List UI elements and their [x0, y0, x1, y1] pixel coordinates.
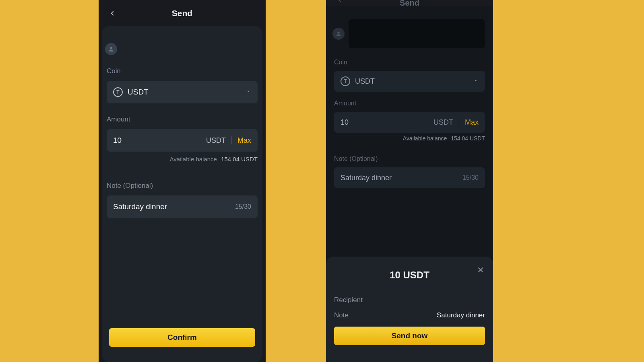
sheet-recipient-row: Recipient	[334, 296, 485, 304]
tether-icon: T	[113, 87, 123, 97]
close-icon	[477, 266, 485, 274]
coin-section: Coin T USDT	[107, 67, 258, 107]
amount-suffix: USDT Max	[433, 118, 479, 127]
page-title: Send	[400, 0, 419, 8]
coin-label: Coin	[107, 67, 258, 75]
amount-field[interactable]: 10 USDT Max	[107, 129, 258, 152]
amount-value: 10	[341, 118, 349, 127]
header: Send	[99, 0, 266, 26]
sheet-note-value: Saturday dinner	[437, 311, 485, 319]
note-label: Note (Optional)	[334, 155, 485, 162]
person-icon	[108, 46, 114, 52]
balance-label: Available balance	[403, 135, 447, 142]
amount-field: 10 USDT Max	[334, 112, 485, 133]
recipient-box	[349, 19, 485, 48]
chevron-left-icon	[109, 10, 116, 17]
note-value: Saturday dinner	[341, 174, 392, 182]
note-field[interactable]: Saturday dinner 15/30	[107, 195, 258, 218]
sheet-recipient-label: Recipient	[334, 296, 363, 304]
balance-label: Available balance	[170, 156, 217, 162]
amount-unit: USDT	[433, 118, 453, 127]
divider	[459, 118, 459, 126]
divider	[231, 136, 232, 144]
close-button[interactable]	[476, 265, 485, 274]
coin-symbol: USDT	[355, 77, 375, 86]
note-section: Note (Optional) Saturday dinner 15/30	[107, 182, 258, 222]
header: Send	[326, 0, 493, 6]
recipient-row	[107, 31, 258, 67]
send-screen-confirm: Send Coin T USDT Amount 10	[326, 0, 493, 362]
coin-selected: T USDT	[341, 76, 375, 86]
sheet-amount-title: 10 USDT	[334, 269, 485, 281]
balance-row: Available balance 154.04 USDT	[107, 156, 258, 162]
amount-unit: USDT	[206, 136, 226, 145]
max-button[interactable]: Max	[237, 136, 251, 145]
coin-select[interactable]: T USDT	[107, 81, 258, 103]
send-now-button[interactable]: Send now	[334, 327, 485, 345]
note-section: Note (Optional) Saturday dinner 15/30	[334, 155, 485, 191]
chevron-down-icon	[473, 78, 479, 85]
sheet-note-label: Note	[334, 311, 349, 319]
amount-suffix: USDT Max	[206, 136, 251, 145]
note-field: Saturday dinner 15/30	[334, 167, 485, 188]
balance-row: Available balance 154.04 USDT	[334, 135, 485, 142]
recipient-avatar[interactable]	[105, 43, 117, 55]
chevron-down-icon	[246, 88, 251, 96]
back-button[interactable]	[107, 8, 117, 18]
note-label: Note (Optional)	[107, 182, 258, 190]
confirm-button[interactable]: Confirm	[109, 328, 255, 347]
chevron-left-icon	[336, 0, 343, 4]
recipient-avatar	[332, 28, 345, 40]
svg-point-1	[337, 32, 339, 34]
back-button[interactable]	[335, 0, 345, 5]
sheet-note-row: Note Saturday dinner	[334, 311, 485, 319]
confirm-bottom-sheet: 10 USDT Recipient Note Saturday dinner S…	[326, 257, 493, 362]
note-counter: 15/30	[462, 174, 479, 181]
person-icon	[335, 31, 342, 37]
amount-label: Amount	[107, 115, 258, 123]
coin-label: Coin	[334, 59, 485, 66]
send-screen-form: Send Coin T USDT Amount 10	[99, 0, 266, 362]
amount-section: Amount 10 USDT Max Available balance 154…	[334, 100, 485, 150]
coin-symbol: USDT	[128, 88, 149, 97]
note-value: Saturday dinner	[113, 202, 167, 211]
balance-value: 154.04 USDT	[221, 156, 258, 162]
svg-point-0	[110, 47, 112, 49]
coin-selected: T USDT	[113, 87, 149, 97]
coin-select: T USDT	[334, 71, 485, 92]
spacer	[107, 230, 258, 328]
amount-value: 10	[113, 136, 122, 145]
coin-section: Coin T USDT	[334, 59, 485, 94]
form-card: Coin T USDT Amount 10 USDT Max	[102, 26, 262, 362]
page-title: Send	[172, 8, 192, 18]
amount-section: Amount 10 USDT Max Available balance 154…	[107, 115, 258, 174]
amount-label: Amount	[334, 100, 485, 107]
max-button: Max	[465, 118, 479, 127]
note-counter: 15/30	[235, 203, 251, 210]
balance-value: 154.04 USDT	[451, 135, 485, 142]
tether-icon: T	[341, 76, 350, 86]
recipient-row	[334, 14, 485, 59]
